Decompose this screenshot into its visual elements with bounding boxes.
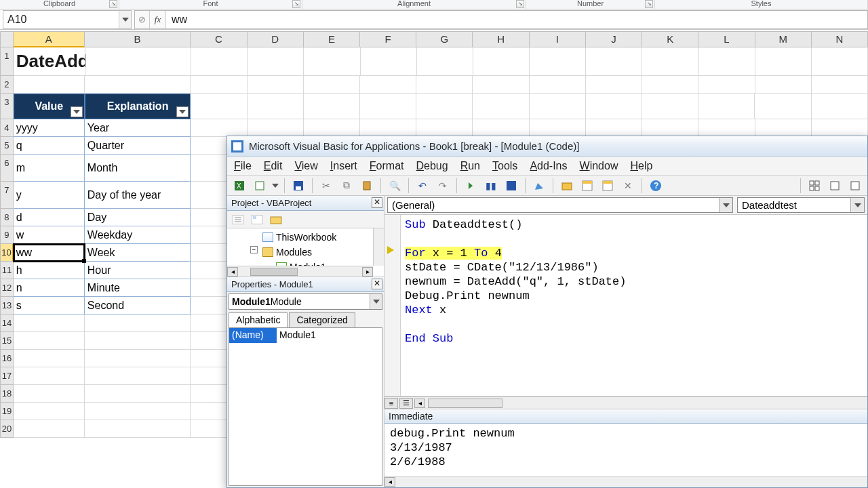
cell[interactable] — [755, 94, 811, 119]
cell[interactable] — [812, 119, 868, 137]
cell[interactable] — [191, 94, 247, 119]
fx-icon[interactable]: fx — [150, 11, 166, 28]
procedure-view-icon[interactable]: ≡ — [384, 398, 398, 409]
properties-grid[interactable]: (Name) Module1 — [229, 327, 382, 486]
break-icon[interactable]: ▮▮ — [483, 178, 499, 194]
cell[interactable] — [191, 47, 248, 76]
cell[interactable] — [248, 76, 304, 94]
cell[interactable]: Year — [85, 119, 191, 137]
cell[interactable] — [586, 119, 642, 137]
undo-icon[interactable]: ↶ — [414, 178, 431, 194]
vbe-menu-file[interactable]: File — [234, 160, 252, 172]
step-into-icon[interactable] — [827, 178, 843, 194]
property-row-name[interactable]: (Name) Module1 — [229, 328, 382, 343]
cell[interactable]: yyyy — [14, 119, 85, 137]
cell[interactable]: Explanation — [85, 94, 191, 119]
tree-vscroll[interactable] — [373, 228, 384, 266]
column-header-K[interactable]: K — [642, 31, 698, 47]
cell[interactable] — [14, 314, 85, 332]
row-header[interactable]: 18 — [0, 385, 14, 403]
scroll-track[interactable] — [428, 399, 502, 408]
scroll-left-icon[interactable]: ◂ — [384, 477, 395, 487]
cell[interactable] — [473, 94, 529, 119]
column-header-N[interactable]: N — [812, 31, 868, 47]
redo-icon[interactable]: ↷ — [435, 178, 451, 194]
find-icon[interactable]: 🔍 — [387, 178, 403, 194]
cell[interactable] — [473, 119, 529, 137]
tile-icon[interactable] — [806, 178, 823, 194]
column-header-F[interactable]: F — [360, 31, 416, 47]
cell[interactable] — [85, 350, 191, 367]
cell[interactable]: s — [14, 297, 85, 314]
cell[interactable] — [755, 76, 812, 94]
row-header[interactable]: 6 — [0, 155, 14, 182]
cell[interactable] — [85, 47, 191, 76]
column-header-L[interactable]: L — [698, 31, 755, 47]
row-header[interactable]: 3 — [0, 94, 14, 119]
cell[interactable] — [698, 76, 755, 94]
cell[interactable]: m — [14, 155, 85, 182]
select-all-corner[interactable] — [0, 31, 14, 47]
cell[interactable] — [85, 420, 191, 438]
cancel-icon[interactable]: ⊘ — [135, 11, 150, 28]
row-header[interactable]: 13 — [0, 297, 14, 314]
tab-alphabetic[interactable]: Alphabetic — [229, 312, 288, 327]
full-module-view-icon[interactable]: ☰ — [399, 398, 413, 409]
cell[interactable] — [360, 76, 416, 94]
cell[interactable] — [85, 385, 191, 403]
view-object-icon[interactable] — [249, 211, 265, 228]
vbe-menu-help[interactable]: Help — [630, 160, 652, 172]
column-header-J[interactable]: J — [586, 31, 642, 47]
column-header-G[interactable]: G — [416, 31, 473, 47]
dropdown-icon[interactable] — [272, 184, 279, 188]
cell[interactable] — [812, 94, 868, 119]
row-header[interactable]: 10 — [0, 244, 14, 262]
cell[interactable] — [85, 76, 191, 94]
cell[interactable] — [304, 47, 360, 76]
cell[interactable] — [642, 94, 698, 119]
help-icon[interactable]: ? — [648, 178, 664, 194]
paste-icon[interactable] — [359, 178, 375, 194]
immediate-hscroll[interactable]: ◂ — [384, 476, 867, 487]
scroll-left-icon[interactable]: ◂ — [414, 399, 425, 408]
dialog-launcher-icon[interactable]: ↘ — [292, 0, 300, 8]
tree-hscroll[interactable]: ◂ ▸ — [227, 266, 373, 277]
vbe-menu-edit[interactable]: Edit — [264, 160, 283, 172]
name-box-dropdown-icon[interactable] — [119, 11, 131, 28]
property-value[interactable]: Module1 — [277, 328, 382, 343]
cell[interactable]: d — [14, 209, 85, 226]
cell[interactable] — [586, 47, 642, 76]
view-code-icon[interactable] — [230, 211, 246, 228]
tree-node-thisworkbook[interactable]: ThisWorkbook — [230, 230, 381, 245]
row-header[interactable]: 12 — [0, 279, 14, 297]
cell[interactable] — [642, 119, 698, 137]
dropdown-icon[interactable] — [850, 198, 864, 212]
row-header[interactable]: 2 — [0, 76, 14, 94]
column-header-B[interactable]: B — [85, 31, 191, 47]
save-icon[interactable] — [290, 178, 307, 194]
cell[interactable] — [248, 47, 304, 76]
expander-icon[interactable]: − — [250, 246, 258, 253]
row-header[interactable]: 8 — [0, 209, 14, 226]
cell[interactable] — [642, 47, 698, 76]
row-header[interactable]: 20 — [0, 420, 14, 438]
cell[interactable]: Value — [14, 94, 85, 119]
close-icon[interactable]: ✕ — [372, 197, 382, 208]
cut-icon[interactable]: ✂ — [318, 178, 334, 194]
vbe-menu-run[interactable]: Run — [460, 160, 480, 172]
cell[interactable] — [360, 119, 416, 137]
column-header-M[interactable]: M — [755, 31, 812, 47]
cell[interactable] — [248, 119, 304, 137]
cell[interactable] — [85, 403, 191, 420]
cell[interactable] — [416, 119, 473, 137]
cell[interactable]: DateAdd VBA Function — [14, 47, 85, 76]
cell[interactable]: Day — [85, 209, 191, 226]
vbe-menu-addins[interactable]: Add-Ins — [530, 160, 567, 172]
column-header-C[interactable]: C — [191, 31, 247, 47]
dialog-launcher-icon[interactable]: ↘ — [645, 0, 653, 8]
cell[interactable]: y — [14, 182, 85, 209]
cell[interactable]: Day of the year — [85, 182, 191, 209]
cell[interactable] — [14, 420, 85, 438]
cell[interactable] — [85, 367, 191, 385]
project-explorer-icon[interactable] — [559, 178, 575, 194]
